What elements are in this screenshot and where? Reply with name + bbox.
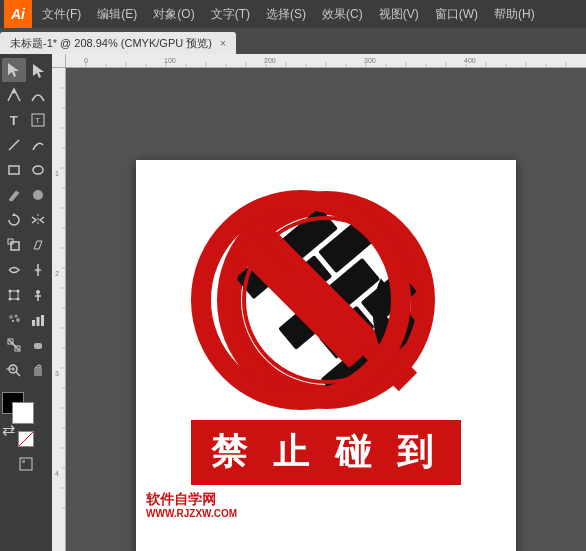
- watermark-line2: WWW.RJZXW.COM: [146, 508, 237, 520]
- area-type-tool[interactable]: T: [27, 108, 51, 132]
- menu-view[interactable]: 视图(V): [371, 0, 427, 28]
- menu-type[interactable]: 文字(T): [203, 0, 258, 28]
- menu-items: 文件(F) 编辑(E) 对象(O) 文字(T) 选择(S) 效果(C) 视图(V…: [34, 0, 543, 28]
- canvas-area: 0 100 200 300 400: [52, 54, 586, 551]
- svg-point-15: [8, 290, 11, 293]
- horizontal-ruler: 0 100 200 300 400: [66, 54, 586, 68]
- svg-point-7: [33, 166, 43, 174]
- shear-tool[interactable]: [27, 233, 51, 257]
- svg-point-8: [33, 190, 43, 200]
- svg-point-19: [36, 290, 40, 294]
- paintbrush-tool[interactable]: [2, 183, 26, 207]
- menu-bar: Ai 文件(F) 编辑(E) 对象(O) 文字(T) 选择(S) 效果(C) 视…: [0, 0, 586, 28]
- active-tab[interactable]: 未标题-1* @ 208.94% (CMYK/GPU 预览) ×: [0, 32, 236, 54]
- scale-tool[interactable]: [2, 233, 26, 257]
- swap-colors-icon[interactable]: ⇄: [2, 420, 15, 439]
- menu-select[interactable]: 选择(S): [258, 0, 314, 28]
- tool-row-3: T T: [2, 108, 50, 132]
- watermark: 软件自学网 WWW.RJZXW.COM: [146, 491, 237, 520]
- artboard: 禁 止 碰 到 软件自学网 WWW.RJZXW.COM: [136, 160, 516, 551]
- curvature-tool[interactable]: [27, 83, 51, 107]
- eraser-tool[interactable]: [27, 333, 51, 357]
- svg-text:400: 400: [464, 57, 476, 64]
- tool-row-2: [2, 83, 50, 107]
- svg-line-29: [9, 340, 19, 350]
- svg-text:4: 4: [55, 470, 59, 477]
- canvas-content[interactable]: 禁 止 碰 到 软件自学网 WWW.RJZXW.COM: [66, 68, 586, 551]
- slice-tool[interactable]: [2, 333, 26, 357]
- svg-point-2: [12, 91, 15, 94]
- tab-bar: 未标题-1* @ 208.94% (CMYK/GPU 预览) ×: [0, 28, 586, 54]
- tab-title: 未标题-1* @ 208.94% (CMYK/GPU 预览): [10, 36, 212, 51]
- menu-object[interactable]: 对象(O): [145, 0, 202, 28]
- menu-file[interactable]: 文件(F): [34, 0, 89, 28]
- menu-edit[interactable]: 编辑(E): [89, 0, 145, 28]
- menu-help[interactable]: 帮助(H): [486, 0, 543, 28]
- pen-tool[interactable]: [2, 83, 26, 107]
- menu-window[interactable]: 窗口(W): [427, 0, 486, 28]
- vertical-ruler: 0 1 2 3 4: [52, 68, 66, 551]
- hand-tool[interactable]: [27, 358, 51, 382]
- svg-text:200: 200: [264, 57, 276, 64]
- artboard-tool[interactable]: [14, 452, 38, 476]
- tool-row-10: [2, 283, 50, 307]
- svg-rect-14: [10, 291, 18, 299]
- tool-row-4: [2, 133, 50, 157]
- toolbar: T T: [0, 54, 52, 551]
- free-transform-tool[interactable]: [2, 283, 26, 307]
- canvas-with-ruler: 0 1 2 3 4: [52, 68, 586, 551]
- app-logo: Ai: [4, 0, 32, 28]
- svg-text:300: 300: [364, 57, 376, 64]
- svg-rect-27: [37, 317, 40, 326]
- blob-brush-tool[interactable]: [27, 183, 51, 207]
- top-ruler-row: 0 100 200 300 400: [52, 54, 586, 68]
- symbol-sprayer-tool[interactable]: [2, 308, 26, 332]
- ellipse-tool[interactable]: [27, 158, 51, 182]
- svg-rect-6: [9, 166, 19, 174]
- svg-rect-28: [41, 315, 44, 326]
- direct-select-tool[interactable]: [27, 58, 51, 82]
- rotate-tool[interactable]: [2, 208, 26, 232]
- warp-tool[interactable]: [2, 258, 26, 282]
- svg-point-25: [16, 318, 20, 322]
- svg-line-5: [9, 140, 19, 150]
- svg-rect-32: [34, 343, 42, 349]
- puppet-warp-tool[interactable]: [27, 283, 51, 307]
- reflect-tool[interactable]: [27, 208, 51, 232]
- tool-row-1: [2, 58, 50, 82]
- tool-row-6: [2, 183, 50, 207]
- type-tool[interactable]: T: [2, 108, 26, 132]
- svg-point-16: [16, 290, 19, 293]
- svg-text:2: 2: [55, 270, 59, 277]
- svg-point-23: [14, 315, 17, 318]
- none-color-icon[interactable]: [18, 431, 34, 447]
- watermark-line1: 软件自学网: [146, 491, 237, 508]
- svg-text:T: T: [35, 116, 40, 125]
- svg-rect-119: [293, 220, 349, 274]
- menu-effect[interactable]: 效果(C): [314, 0, 371, 28]
- rectangle-tool[interactable]: [2, 158, 26, 182]
- column-graph-tool[interactable]: [27, 308, 51, 332]
- line-segment-tool[interactable]: [2, 133, 26, 157]
- svg-point-17: [8, 298, 11, 301]
- arc-tool[interactable]: [27, 133, 51, 157]
- tool-row-8: [2, 233, 50, 257]
- tab-close-button[interactable]: ×: [220, 38, 226, 49]
- text-banner: 禁 止 碰 到: [191, 420, 461, 485]
- width-tool[interactable]: [27, 258, 51, 282]
- main-layout: T T: [0, 54, 586, 551]
- svg-point-22: [9, 315, 13, 319]
- svg-marker-0: [8, 63, 19, 77]
- svg-rect-37: [20, 458, 32, 470]
- zoom-tool[interactable]: [2, 358, 26, 382]
- tool-row-5: [2, 158, 50, 182]
- sign-container: 禁 止 碰 到: [191, 190, 461, 485]
- svg-text:3: 3: [55, 370, 59, 377]
- ruler-corner: [52, 54, 66, 68]
- svg-line-34: [16, 372, 20, 376]
- select-tool[interactable]: [2, 58, 26, 82]
- svg-rect-38: [22, 460, 25, 463]
- stroke-color-box[interactable]: [12, 402, 34, 424]
- svg-line-126: [219, 218, 383, 382]
- color-swatches: ⇄: [2, 392, 50, 428]
